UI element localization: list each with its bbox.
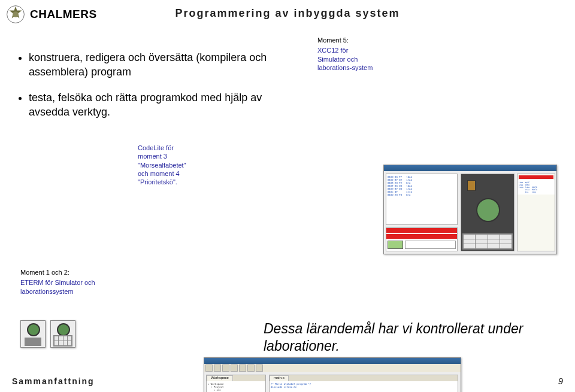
- screenshot-codelite: Workspace ▸ Workspace ▾ Project ▸ src ma…: [204, 357, 461, 392]
- caption-body: ETERM för Simulator och laborationssyste…: [20, 278, 98, 296]
- screenshot-xcc12: 0100 86 FF ldaa 0102 B7 02 staa 0105 20 …: [383, 165, 557, 254]
- brand-text: CHALMERS: [30, 8, 97, 21]
- page-title: Programmering av inbyggda system: [175, 7, 400, 20]
- bullet-item: testa, felsöka och rätta programkod med …: [29, 90, 282, 120]
- bullet-item: konstruera, redigera och översätta (komp…: [29, 50, 282, 80]
- caption-body: XCC12 för Simulator och laborations-syst…: [317, 46, 377, 72]
- footer-section-name: Sammanfattning: [12, 376, 95, 386]
- content-area: konstruera, redigera och översätta (komp…: [0, 26, 575, 119]
- conclusion-text: Dessa lärandemål har vi kontrollerat und…: [264, 320, 539, 355]
- caption-title: Moment 5:: [317, 36, 377, 44]
- thumbnail-hardware: [20, 320, 46, 348]
- thumbnail-hardware: [50, 320, 75, 348]
- chalmers-logo-icon: [6, 5, 25, 24]
- svg-point-1: [13, 11, 19, 17]
- caption-codelite: CodeLite för moment 3 "Morsealfabetet" o…: [138, 144, 195, 186]
- hardware-thumbnails: [20, 320, 75, 348]
- bullet-list: konstruera, redigera och översätta (komp…: [18, 50, 282, 119]
- caption-moment12: Moment 1 och 2: ETERM för Simulator och …: [20, 268, 98, 296]
- page-number: 9: [558, 376, 563, 386]
- caption-moment5: Moment 5: XCC12 för Simulator och labora…: [317, 36, 377, 72]
- caption-title: Moment 1 och 2:: [20, 268, 98, 276]
